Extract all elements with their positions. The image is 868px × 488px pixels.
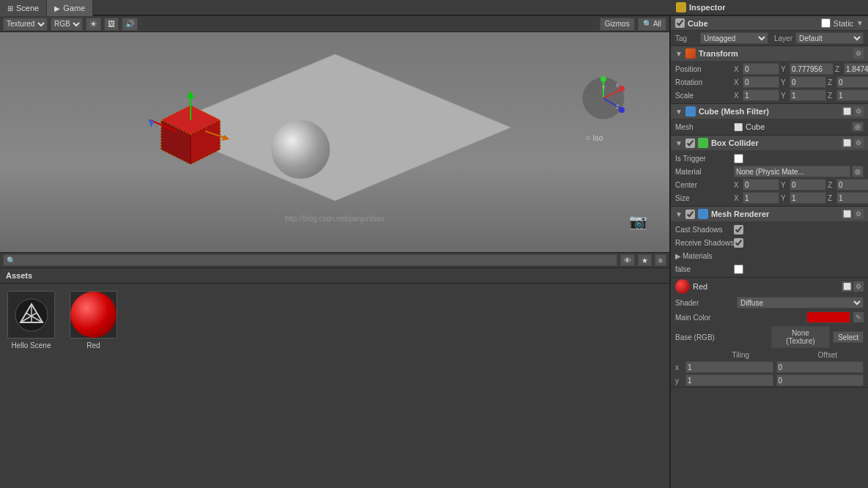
- mesh-filter-body: Mesh ⬜ Cube ◎: [671, 119, 868, 135]
- cast-shadows-checkbox[interactable]: [734, 225, 743, 234]
- assets-title: Assets: [6, 271, 32, 280]
- mesh-filter-icon: [685, 106, 696, 117]
- receive-shadows-checkbox[interactable]: [734, 238, 743, 248]
- mesh-renderer-arrow: ▼: [675, 210, 683, 218]
- base-select-btn[interactable]: Select: [833, 331, 864, 343]
- transform-header[interactable]: ▼ Transform ⚙: [671, 46, 868, 61]
- mesh-cube-icon: ⬜: [734, 123, 743, 131]
- main-color-swatch[interactable]: [806, 311, 850, 323]
- box-collider-enabled[interactable]: [685, 138, 695, 148]
- box-collider-icon: [698, 138, 708, 148]
- rgb-dropdown[interactable]: RGB: [51, 18, 83, 31]
- svg-marker-10: [187, 91, 194, 98]
- asset-item-red[interactable]: Red: [70, 291, 117, 350]
- mesh-renderer-settings-btn[interactable]: ⚙: [853, 209, 864, 219]
- mesh-select-btn[interactable]: ◎: [852, 122, 864, 132]
- sun-button[interactable]: ☀: [86, 18, 101, 31]
- gizmos-button[interactable]: Gizmos: [600, 18, 635, 31]
- iso-label: ≡ Iso: [586, 133, 603, 142]
- size-y[interactable]: [790, 192, 826, 204]
- shader-row: Shader Diffuse: [671, 295, 868, 310]
- offset-x-input[interactable]: [776, 361, 864, 373]
- scale-x[interactable]: [743, 89, 779, 101]
- size-z[interactable]: [836, 192, 868, 204]
- asset-item-scene[interactable]: Hello Scene: [7, 291, 55, 350]
- main-color-row: Main Color ✎: [671, 310, 868, 325]
- is-trigger-checkbox[interactable]: [734, 154, 743, 163]
- collider-material-input[interactable]: [734, 166, 850, 177]
- position-z[interactable]: [844, 63, 868, 75]
- mesh-filter-arrow: ▼: [675, 108, 683, 116]
- scene-toolbar: Textured RGB ☀ 🖼 🔊 Gizmos 🔍 All: [0, 16, 669, 32]
- rotation-z[interactable]: [836, 76, 868, 88]
- image-button[interactable]: 🖼: [104, 18, 119, 31]
- mesh-filter-settings-btn[interactable]: ⚙: [853, 106, 864, 117]
- use-light-probes-label: false: [675, 265, 734, 273]
- material-name: Red: [693, 282, 839, 291]
- material-copy-btn[interactable]: ⬜: [842, 281, 852, 292]
- rotation-x[interactable]: [743, 76, 779, 88]
- asset-icon-scene: [7, 291, 55, 339]
- scale-z[interactable]: [836, 89, 868, 101]
- position-x[interactable]: [743, 63, 779, 75]
- transform-title: Transform: [699, 49, 850, 58]
- materials-arrow[interactable]: ▶: [675, 252, 681, 260]
- tiling-y-row: y: [671, 374, 868, 387]
- tiling-offset-header: Tiling Offset: [671, 350, 868, 361]
- assets-content: Hello Scene Red: [0, 284, 669, 357]
- position-y[interactable]: [790, 63, 834, 75]
- box-collider-copy-btn[interactable]: ⬜: [842, 138, 852, 148]
- use-light-probes-row: false: [671, 262, 868, 276]
- cube-object[interactable]: [147, 91, 235, 179]
- static-checkbox[interactable]: [821, 18, 831, 28]
- mesh-renderer-header[interactable]: ▼ Mesh Renderer ⬜ ⚙: [671, 207, 868, 221]
- svg-marker-14: [221, 135, 229, 141]
- rotation-y[interactable]: [790, 76, 826, 88]
- object-enabled-checkbox[interactable]: [675, 18, 685, 28]
- collider-material-select-btn[interactable]: ◎: [852, 166, 864, 177]
- component-box-collider: ▼ Box Collider ⬜ ⚙ Is Trigger Mate: [671, 136, 868, 207]
- center-y[interactable]: [790, 179, 826, 191]
- box-collider-header[interactable]: ▼ Box Collider ⬜ ⚙: [671, 136, 868, 150]
- static-dropdown-arrow[interactable]: ▼: [856, 19, 864, 27]
- game-tab-label: Game: [63, 4, 85, 12]
- layer-select[interactable]: Default: [795, 32, 864, 44]
- asset-label-scene: Hello Scene: [12, 341, 51, 350]
- center-x[interactable]: [743, 179, 779, 191]
- cast-shadows-row: Cast Shadows: [671, 223, 868, 236]
- mesh-renderer-copy-btn[interactable]: ⬜: [842, 209, 852, 219]
- mesh-renderer-body: Cast Shadows Receive Shadows ▶ Materials…: [671, 221, 868, 277]
- size-x[interactable]: [743, 192, 779, 204]
- tab-scene[interactable]: ⊞ Scene: [0, 0, 47, 16]
- all-button[interactable]: 🔍 All: [638, 18, 666, 31]
- tiling-y-input[interactable]: [685, 374, 773, 386]
- orientation-gizmo[interactable]: Y X Z: [581, 76, 625, 120]
- mesh-renderer-title: Mesh Renderer: [711, 210, 839, 218]
- scene-viewport[interactable]: Y X Z ≡ Iso 📷: [0, 32, 669, 252]
- box-collider-settings-btn[interactable]: ⚙: [853, 138, 864, 148]
- use-light-probes-checkbox[interactable]: [734, 265, 743, 274]
- transform-settings-btn[interactable]: ⚙: [853, 48, 864, 59]
- offset-y-input[interactable]: [776, 374, 864, 386]
- component-material: Red ⬜ ⚙ Shader Diffuse Main Color ✎: [671, 278, 868, 388]
- asset-search-input[interactable]: [3, 254, 617, 266]
- svg-text:X: X: [616, 83, 619, 88]
- mesh-filter-copy-btn[interactable]: ⬜: [842, 106, 852, 117]
- shading-dropdown[interactable]: Textured: [3, 18, 48, 31]
- asset-eye-btn[interactable]: 👁: [620, 254, 635, 266]
- material-settings-btn[interactable]: ⚙: [853, 281, 864, 292]
- tiling-x-input[interactable]: [685, 361, 773, 373]
- asset-menu-btn[interactable]: ≡: [655, 254, 666, 266]
- main-color-edit-btn[interactable]: ✎: [853, 312, 864, 322]
- center-z[interactable]: [836, 179, 868, 191]
- sound-button[interactable]: 🔊: [122, 18, 138, 31]
- transform-body: Position X Y Z Rotation: [671, 61, 868, 103]
- shader-select[interactable]: Diffuse: [737, 297, 864, 308]
- asset-star-btn[interactable]: ★: [638, 254, 652, 266]
- scale-y[interactable]: [790, 89, 826, 101]
- mesh-renderer-enabled[interactable]: [685, 210, 695, 219]
- tag-select[interactable]: Untagged: [700, 32, 768, 44]
- mesh-filter-header[interactable]: ▼ Cube (Mesh Filter) ⬜ ⚙: [671, 104, 868, 119]
- tab-game[interactable]: ▶ Game: [47, 0, 93, 16]
- is-trigger-row: Is Trigger: [671, 152, 868, 165]
